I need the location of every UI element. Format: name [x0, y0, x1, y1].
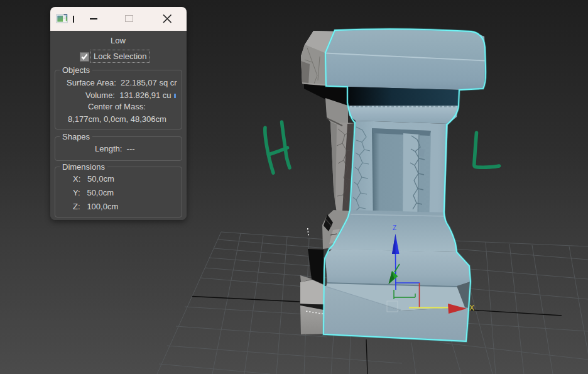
svg-text:X: X — [469, 304, 474, 312]
svg-text:Z: Z — [393, 224, 396, 231]
